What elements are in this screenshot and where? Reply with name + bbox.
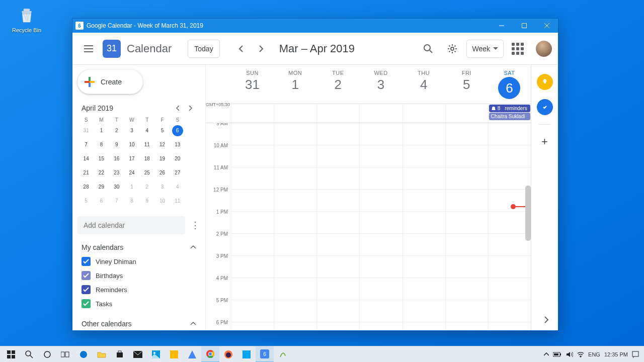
calendar-list-item[interactable]: Viney Dhiman [77, 254, 205, 268]
mini-day-cell[interactable]: 10 [124, 139, 139, 151]
calendar-checkbox[interactable] [82, 299, 91, 308]
grid-columns[interactable] [231, 123, 531, 330]
tray-overflow-button[interactable] [544, 352, 549, 356]
calendar-list-item[interactable]: Birthdays [77, 268, 205, 283]
taskbar-app-generic-4[interactable] [274, 346, 292, 363]
mini-prev-button[interactable] [172, 102, 184, 114]
allday-cell[interactable] [274, 104, 316, 123]
mini-day-cell[interactable]: 29 [94, 181, 109, 193]
mini-day-cell[interactable]: 16 [109, 153, 124, 165]
mini-day-cell[interactable]: 17 [124, 153, 139, 165]
mini-day-cell[interactable]: 2 [109, 125, 124, 137]
calendar-list-item[interactable]: Reminders [77, 283, 205, 297]
mini-day-cell[interactable]: 25 [139, 167, 154, 179]
day-header[interactable]: FRI5 [445, 65, 488, 104]
taskbar-app-mail[interactable] [129, 346, 147, 363]
start-button[interactable] [2, 346, 20, 363]
day-header[interactable]: SUN31 [231, 65, 274, 104]
time-grid[interactable]: 9 AM10 AM11 AM12 PM1 PM2 PM3 PM4 PM5 PM6… [206, 123, 531, 330]
day-number[interactable]: 4 [403, 77, 445, 93]
mini-day-cell[interactable]: 10 [154, 195, 170, 207]
mini-day-cell[interactable]: 14 [78, 153, 94, 165]
day-number[interactable]: 5 [445, 77, 488, 93]
allday-cell[interactable]: 8 reminders Chaitra Sukladi [488, 104, 531, 123]
allday-cell[interactable] [403, 104, 445, 123]
mini-day-cell[interactable]: 6 [94, 195, 109, 207]
calendar-checkbox[interactable] [82, 257, 91, 266]
taskbar-app-generic-3[interactable] [237, 346, 256, 363]
taskbar-app-firefox[interactable] [219, 346, 237, 363]
calendar-checkbox[interactable] [82, 271, 91, 280]
mini-day-cell[interactable]: 18 [139, 153, 154, 165]
calendar-checkbox[interactable] [82, 285, 91, 294]
settings-button[interactable] [442, 39, 462, 59]
side-panel-toggle[interactable] [544, 316, 549, 323]
mini-day-cell[interactable]: 6 [170, 125, 185, 137]
mini-day-cell[interactable]: 9 [109, 139, 124, 151]
mini-day-cell[interactable]: 19 [154, 153, 170, 165]
window-close-button[interactable] [535, 19, 558, 33]
day-header[interactable]: WED3 [359, 65, 402, 104]
window-maximize-button[interactable] [513, 19, 535, 33]
taskbar-app-store[interactable] [111, 346, 129, 363]
day-column[interactable] [359, 123, 402, 330]
allday-cell[interactable] [445, 104, 488, 123]
mini-day-cell[interactable]: 31 [78, 125, 94, 137]
tray-volume-icon[interactable] [566, 351, 573, 357]
task-view-button[interactable] [56, 346, 74, 363]
day-number[interactable]: 1 [274, 77, 316, 93]
mini-day-cell[interactable]: 8 [94, 139, 109, 151]
get-addons-button[interactable]: + [537, 134, 553, 150]
window-minimize-button[interactable] [490, 19, 513, 33]
view-switcher[interactable]: Week [466, 40, 504, 58]
calendar-list-item[interactable]: Tasks [77, 297, 205, 311]
mini-day-cell[interactable]: 4 [170, 181, 185, 193]
other-calendars-section-header[interactable]: Other calendars [77, 311, 205, 330]
mini-day-cell[interactable]: 12 [154, 139, 170, 151]
taskbar-search-button[interactable] [20, 346, 38, 363]
day-column[interactable] [445, 123, 488, 330]
day-number[interactable]: 3 [359, 77, 402, 93]
day-column[interactable] [403, 123, 445, 330]
mini-day-cell[interactable]: 5 [154, 125, 170, 137]
allday-row[interactable]: GMT+05:30 8 reminders Chaitra Sukladi [206, 104, 531, 123]
mini-day-cell[interactable]: 2 [139, 181, 154, 193]
tray-language-indicator[interactable]: ENG [588, 351, 600, 357]
add-calendar-input[interactable] [77, 216, 185, 234]
mini-day-cell[interactable]: 5 [78, 195, 94, 207]
tray-notifications-button[interactable] [632, 351, 639, 358]
mini-calendar-grid[interactable]: SMTWTFS311234567891011121314151617181920… [78, 117, 185, 207]
account-avatar[interactable] [536, 41, 552, 57]
add-calendar-menu-button[interactable]: ⋮ [189, 220, 201, 231]
mini-day-cell[interactable]: 8 [124, 195, 139, 207]
taskbar-app-edge[interactable] [74, 346, 93, 363]
mini-day-cell[interactable]: 3 [124, 125, 139, 137]
taskbar-app-chrome[interactable] [201, 346, 219, 363]
allday-cell[interactable] [359, 104, 402, 123]
tray-clock[interactable]: 12:35 PM [604, 351, 628, 357]
holiday-chip[interactable]: Chaitra Sukladi [489, 113, 530, 120]
mini-day-cell[interactable]: 1 [124, 181, 139, 193]
desktop-icon-recycle-bin[interactable]: Recycle Bin [9, 5, 44, 33]
day-header[interactable]: MON1 [274, 65, 316, 104]
day-column[interactable] [316, 123, 359, 330]
mini-day-cell[interactable]: 23 [109, 167, 124, 179]
tray-network-icon[interactable] [577, 351, 584, 357]
mini-day-cell[interactable]: 11 [170, 195, 185, 207]
day-column[interactable] [488, 123, 531, 330]
mini-day-cell[interactable]: 21 [78, 167, 94, 179]
taskbar-app-generic-2[interactable] [183, 346, 201, 363]
day-column[interactable] [274, 123, 316, 330]
day-header[interactable]: THU4 [403, 65, 445, 104]
today-button[interactable]: Today [188, 40, 219, 58]
search-button[interactable] [418, 39, 438, 59]
mini-day-cell[interactable]: 15 [94, 153, 109, 165]
scrollbar-thumb[interactable] [525, 186, 531, 241]
mini-day-cell[interactable]: 9 [139, 195, 154, 207]
allday-cell[interactable] [316, 104, 359, 123]
reminder-chip[interactable]: 8 reminders [489, 105, 530, 112]
taskbar-app-explorer[interactable] [93, 346, 111, 363]
mini-day-cell[interactable]: 24 [124, 167, 139, 179]
mini-day-cell[interactable]: 7 [78, 139, 94, 151]
mini-day-cell[interactable]: 27 [170, 167, 185, 179]
